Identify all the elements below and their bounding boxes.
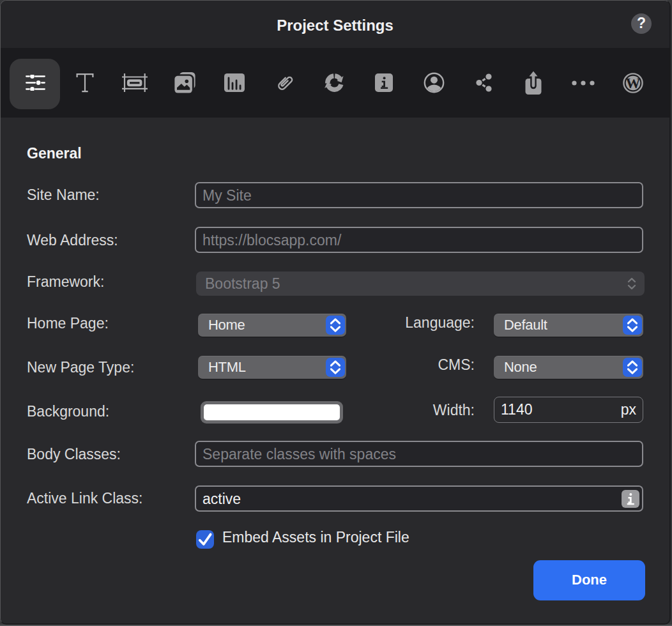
svg-text:W: W xyxy=(626,75,641,91)
